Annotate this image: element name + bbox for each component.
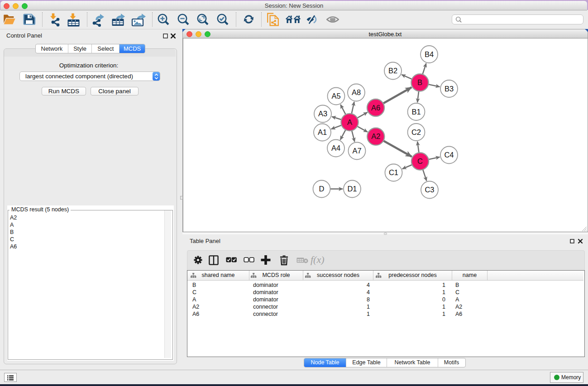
svg-text:A5: A5	[331, 92, 340, 100]
svg-text:D: D	[319, 185, 325, 193]
svg-text:C: C	[417, 157, 423, 165]
svg-text:B2: B2	[388, 67, 397, 75]
svg-text:C4: C4	[444, 151, 454, 159]
svg-text:B4: B4	[425, 50, 434, 58]
svg-text:C1: C1	[389, 168, 398, 176]
svg-text:C2: C2	[411, 128, 421, 136]
svg-text:A: A	[347, 118, 352, 126]
svg-text:A3: A3	[318, 110, 327, 118]
svg-text:D1: D1	[347, 185, 357, 193]
svg-text:B1: B1	[411, 108, 421, 116]
svg-text:B3: B3	[445, 85, 454, 93]
svg-text:A4: A4	[331, 144, 340, 152]
svg-text:A1: A1	[318, 128, 327, 136]
svg-text:C3: C3	[425, 186, 434, 194]
svg-text:A2: A2	[371, 132, 380, 140]
svg-text:A8: A8	[352, 88, 361, 96]
svg-text:A6: A6	[371, 104, 380, 112]
svg-text:B: B	[417, 78, 422, 86]
svg-text:A7: A7	[352, 147, 361, 155]
